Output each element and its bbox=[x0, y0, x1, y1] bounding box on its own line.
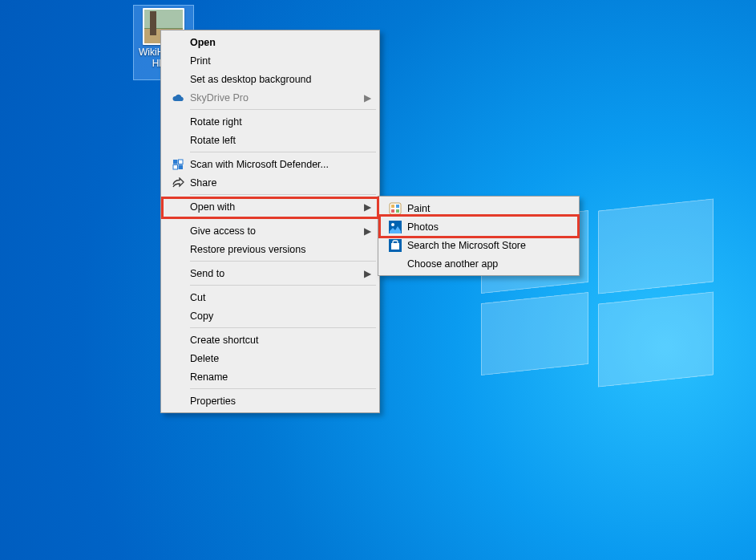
submenu-label: Paint bbox=[407, 203, 560, 214]
menu-label: Copy bbox=[190, 310, 360, 322]
submenu-photos[interactable]: Photos bbox=[380, 217, 577, 236]
menu-rotate-right[interactable]: Rotate right bbox=[163, 112, 378, 131]
menu-rename[interactable]: Rename bbox=[163, 367, 378, 386]
paint-icon bbox=[388, 202, 402, 215]
submenu-paint[interactable]: Paint bbox=[380, 199, 577, 217]
menu-label: Send to bbox=[190, 268, 360, 279]
menu-label: Rotate right bbox=[190, 116, 360, 128]
menu-label: Properties bbox=[190, 396, 360, 407]
submenu-search-store[interactable]: Search the Microsoft Store bbox=[380, 236, 577, 254]
menu-send-to[interactable]: Send to▶ bbox=[163, 264, 378, 282]
chevron-right-icon: ▶ bbox=[364, 225, 371, 237]
menu-properties[interactable]: Properties bbox=[163, 392, 378, 410]
separator bbox=[190, 261, 376, 262]
submenu-label: Choose another app bbox=[407, 258, 560, 270]
menu-open[interactable]: Open bbox=[163, 33, 378, 51]
menu-label: Create shortcut bbox=[190, 335, 360, 346]
menu-scan-defender[interactable]: Scan with Microsoft Defender... bbox=[163, 155, 378, 173]
menu-skydrive-pro: SkyDrive Pro ▶ bbox=[163, 88, 378, 107]
svg-point-10 bbox=[391, 223, 394, 226]
menu-label: Print bbox=[190, 55, 360, 67]
context-menu: Open Print Set as desktop background Sky… bbox=[160, 30, 380, 413]
menu-label: Cut bbox=[190, 292, 360, 303]
submenu-label: Photos bbox=[407, 221, 560, 233]
share-icon bbox=[171, 177, 185, 188]
chevron-right-icon: ▶ bbox=[364, 268, 371, 279]
separator bbox=[190, 388, 376, 389]
menu-label: Rename bbox=[190, 371, 360, 383]
separator bbox=[190, 218, 376, 219]
svg-rect-12 bbox=[391, 243, 399, 250]
menu-label: Share bbox=[190, 177, 360, 189]
store-icon bbox=[388, 239, 402, 252]
svg-rect-6 bbox=[396, 205, 399, 208]
menu-copy[interactable]: Copy bbox=[163, 306, 378, 325]
svg-rect-1 bbox=[179, 160, 184, 164]
separator bbox=[190, 109, 376, 110]
menu-label: Scan with Microsoft Defender... bbox=[190, 159, 360, 170]
separator bbox=[190, 194, 376, 195]
photos-icon bbox=[388, 221, 402, 233]
menu-label: Open bbox=[190, 37, 360, 48]
cloud-icon bbox=[171, 93, 185, 103]
menu-open-with[interactable]: Open with▶ bbox=[163, 197, 378, 216]
menu-label: Restore previous versions bbox=[190, 244, 360, 255]
menu-label: Give access to bbox=[190, 225, 360, 237]
separator bbox=[190, 285, 376, 286]
svg-rect-8 bbox=[396, 209, 399, 213]
menu-label: Set as desktop background bbox=[190, 74, 360, 85]
chevron-right-icon: ▶ bbox=[364, 201, 371, 213]
menu-delete[interactable]: Delete bbox=[163, 349, 378, 367]
menu-create-shortcut[interactable]: Create shortcut bbox=[163, 331, 378, 349]
submenu-label: Search the Microsoft Store bbox=[407, 240, 560, 251]
svg-rect-0 bbox=[173, 160, 178, 164]
menu-cut[interactable]: Cut bbox=[163, 288, 378, 306]
menu-set-desktop-background[interactable]: Set as desktop background bbox=[163, 70, 378, 88]
separator bbox=[190, 327, 376, 328]
menu-label: Rotate left bbox=[190, 135, 360, 146]
svg-rect-3 bbox=[179, 164, 184, 169]
submenu-choose-another-app[interactable]: Choose another app bbox=[380, 254, 577, 273]
menu-share[interactable]: Share bbox=[163, 173, 378, 192]
svg-rect-2 bbox=[173, 164, 178, 169]
menu-rotate-left[interactable]: Rotate left bbox=[163, 131, 378, 149]
menu-label: SkyDrive Pro bbox=[190, 92, 360, 103]
menu-give-access-to[interactable]: Give access to▶ bbox=[163, 221, 378, 240]
menu-restore-previous-versions[interactable]: Restore previous versions bbox=[163, 240, 378, 258]
menu-label: Open with bbox=[190, 201, 360, 213]
open-with-submenu: Paint Photos Search the Microsoft Store … bbox=[378, 196, 580, 276]
menu-label: Delete bbox=[190, 353, 360, 364]
shield-icon bbox=[171, 159, 185, 170]
svg-rect-5 bbox=[391, 205, 394, 208]
menu-print[interactable]: Print bbox=[163, 51, 378, 70]
svg-rect-7 bbox=[391, 209, 394, 213]
separator bbox=[190, 152, 376, 152]
chevron-right-icon: ▶ bbox=[364, 92, 371, 103]
